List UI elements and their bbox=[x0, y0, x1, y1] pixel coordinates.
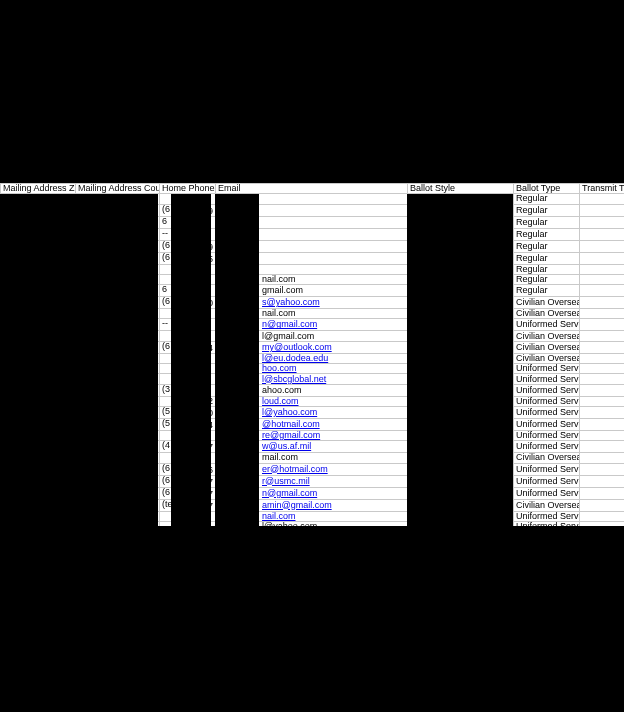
cell-type[interactable]: Regular bbox=[514, 228, 580, 240]
email-text: mail.com bbox=[262, 453, 298, 463]
email-link[interactable]: n@gmail.com bbox=[262, 319, 317, 329]
cell-transmit[interactable] bbox=[580, 441, 625, 453]
email-text: ahoo.com bbox=[262, 385, 302, 395]
email-text: nail.com bbox=[262, 309, 296, 319]
email-link[interactable]: my@outlook.com bbox=[262, 342, 332, 352]
cell-transmit[interactable] bbox=[580, 285, 625, 297]
cell-type[interactable]: Regular bbox=[514, 204, 580, 216]
cell-type[interactable]: Uniformed Service bbox=[514, 487, 580, 499]
cell-type[interactable]: Uniformed Service bbox=[514, 374, 580, 384]
cell-transmit[interactable] bbox=[580, 499, 625, 511]
cell-transmit[interactable] bbox=[580, 463, 625, 475]
col-header-style[interactable]: Ballot Style bbox=[408, 184, 514, 194]
cell-type[interactable]: Civilian Overseas bbox=[514, 297, 580, 309]
cell-type[interactable]: Uniformed Service bbox=[514, 396, 580, 406]
redaction-bar bbox=[215, 194, 259, 529]
cell-transmit[interactable] bbox=[580, 240, 625, 252]
email-link[interactable]: @hotmail.com bbox=[262, 419, 320, 429]
email-text: l@gmail.com bbox=[262, 331, 314, 341]
cell-type[interactable]: Uniformed Service bbox=[514, 418, 580, 430]
cell-type[interactable]: Regular bbox=[514, 240, 580, 252]
redaction-bar bbox=[0, 526, 624, 712]
cell-type[interactable]: Civilian Overseas bbox=[514, 499, 580, 511]
cell-transmit[interactable] bbox=[580, 274, 625, 284]
redaction-bar bbox=[171, 194, 211, 529]
cell-transmit[interactable] bbox=[580, 364, 625, 374]
cell-transmit[interactable] bbox=[580, 309, 625, 319]
cell-type[interactable]: Uniformed Service bbox=[514, 441, 580, 453]
cell-type[interactable]: Civilian Overseas bbox=[514, 309, 580, 319]
cell-transmit[interactable] bbox=[580, 384, 625, 396]
cell-transmit[interactable] bbox=[580, 396, 625, 406]
cell-type[interactable]: Civilian Overseas bbox=[514, 453, 580, 463]
cell-transmit[interactable] bbox=[580, 228, 625, 240]
cell-type[interactable]: Uniformed Service bbox=[514, 406, 580, 418]
cell-type[interactable]: Regular bbox=[514, 285, 580, 297]
cell-transmit[interactable] bbox=[580, 204, 625, 216]
cell-transmit[interactable] bbox=[580, 264, 625, 274]
cell-type[interactable]: Civilian Overseas bbox=[514, 353, 580, 363]
cell-type[interactable]: Uniformed Service bbox=[514, 463, 580, 475]
cell-transmit[interactable] bbox=[580, 216, 625, 228]
email-link[interactable]: l@yahoo.com bbox=[262, 407, 317, 417]
cell-transmit[interactable] bbox=[580, 194, 625, 204]
cell-type[interactable]: Uniformed Service bbox=[514, 319, 580, 331]
redaction-bar bbox=[0, 194, 158, 529]
col-header-type[interactable]: Ballot Type bbox=[514, 184, 580, 194]
cell-transmit[interactable] bbox=[580, 475, 625, 487]
cell-transmit[interactable] bbox=[580, 353, 625, 363]
email-link[interactable]: r@usmc.mil bbox=[262, 476, 310, 486]
cell-type[interactable]: Uniformed Service bbox=[514, 384, 580, 396]
cell-transmit[interactable] bbox=[580, 297, 625, 309]
cell-transmit[interactable] bbox=[580, 341, 625, 353]
cell-type[interactable]: Regular bbox=[514, 194, 580, 204]
email-link[interactable]: l@sbcglobal.net bbox=[262, 374, 326, 384]
cell-transmit[interactable] bbox=[580, 418, 625, 430]
cell-type[interactable]: Uniformed Service bbox=[514, 511, 580, 521]
cell-type[interactable]: Civilian Overseas bbox=[514, 331, 580, 341]
cell-transmit[interactable] bbox=[580, 511, 625, 521]
email-text: gmail.com bbox=[262, 285, 303, 295]
cell-type[interactable]: Uniformed Service bbox=[514, 475, 580, 487]
cell-transmit[interactable] bbox=[580, 487, 625, 499]
email-text: nail.com bbox=[262, 274, 296, 284]
cell-type[interactable]: Uniformed Service bbox=[514, 364, 580, 374]
cell-transmit[interactable] bbox=[580, 331, 625, 341]
col-header-email[interactable]: Email bbox=[216, 184, 408, 194]
col-header-trans[interactable]: Transmit Type bbox=[580, 184, 625, 194]
col-header-zip[interactable]: Mailing Address Zip bbox=[1, 184, 76, 194]
email-link[interactable]: w@us.af.mil bbox=[262, 441, 311, 451]
cell-transmit[interactable] bbox=[580, 319, 625, 331]
email-link[interactable]: n@gmail.com bbox=[262, 488, 317, 498]
col-header-phone[interactable]: Home Phone bbox=[160, 184, 216, 194]
cell-transmit[interactable] bbox=[580, 374, 625, 384]
cell-type[interactable]: Regular bbox=[514, 216, 580, 228]
cell-type[interactable]: Regular bbox=[514, 264, 580, 274]
cell-type[interactable]: Uniformed Service bbox=[514, 430, 580, 440]
email-link[interactable]: nail.com bbox=[262, 511, 296, 521]
redaction-bar bbox=[407, 194, 513, 529]
col-header-country[interactable]: Mailing Address Country bbox=[76, 184, 160, 194]
cell-transmit[interactable] bbox=[580, 252, 625, 264]
email-link[interactable]: er@hotmail.com bbox=[262, 464, 328, 474]
header-row: Mailing Address Zip Mailing Address Coun… bbox=[1, 184, 625, 194]
email-link[interactable]: amin@gmail.com bbox=[262, 500, 332, 510]
cell-type[interactable]: Regular bbox=[514, 274, 580, 284]
cell-type[interactable]: Civilian Overseas bbox=[514, 341, 580, 353]
cell-type[interactable]: Regular bbox=[514, 252, 580, 264]
email-link[interactable]: s@yahoo.com bbox=[262, 297, 320, 307]
email-link[interactable]: re@gmail.com bbox=[262, 430, 320, 440]
email-link[interactable]: l@eu.dodea.edu bbox=[262, 353, 328, 363]
email-link[interactable]: loud.com bbox=[262, 396, 299, 406]
cell-transmit[interactable] bbox=[580, 406, 625, 418]
cell-transmit[interactable] bbox=[580, 453, 625, 463]
email-link[interactable]: hoo.com bbox=[262, 364, 297, 374]
cell-transmit[interactable] bbox=[580, 430, 625, 440]
